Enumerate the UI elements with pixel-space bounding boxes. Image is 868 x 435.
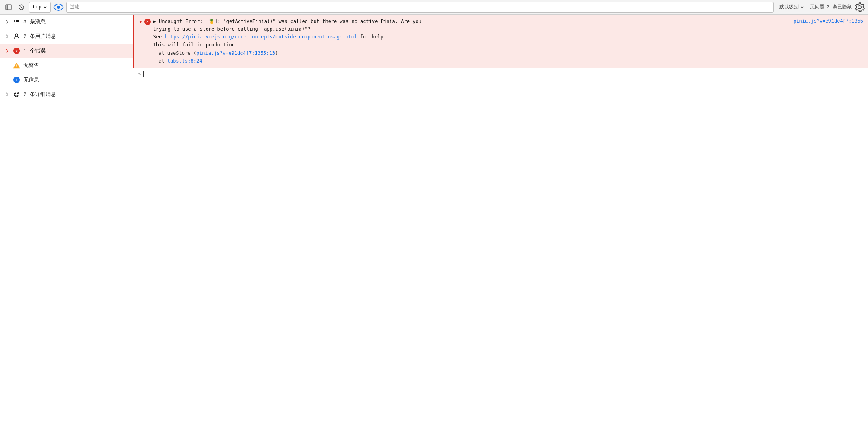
error-text-content: ▶ Uncaught Error: [🍍]: "getActivePinia()… xyxy=(153,18,863,49)
help-link[interactable]: https://pinia.vuejs.org/core-concepts/ou… xyxy=(165,34,357,40)
console-input-line: > xyxy=(133,68,868,80)
eye-button[interactable] xyxy=(53,2,64,13)
expand-arrow-messages xyxy=(5,19,10,24)
error-expand-button[interactable]: ● xyxy=(139,19,142,26)
hidden-count-label: 2 条已隐藏 xyxy=(827,4,852,10)
stack-link-1[interactable]: pinia.js?v=e91dc4f7:1355:13 xyxy=(196,50,275,56)
verbose-label: 2 条详细消息 xyxy=(23,91,56,98)
sidebar-toggle-button[interactable] xyxy=(3,2,14,13)
svg-line-4 xyxy=(20,5,23,9)
top-selector-label: top xyxy=(33,4,42,10)
block-button[interactable] xyxy=(16,2,27,13)
error-line3: See https://pinia.vuejs.org/core-concept… xyxy=(153,33,863,41)
stack-line-1: at useStore (pinia.js?v=e91dc4f7:1355:13… xyxy=(159,50,863,57)
svg-rect-1 xyxy=(6,5,8,10)
sidebar-toggle-icon xyxy=(5,4,12,10)
error-message-block: ● ✕ ▶ Uncaught Error: [🍍]: "getActivePin… xyxy=(133,15,868,68)
verbose-icon xyxy=(13,91,20,98)
sidebar-item-warnings[interactable]: 无警告 xyxy=(0,58,133,73)
error-line4: This will fail in production. xyxy=(153,41,863,49)
svg-rect-9 xyxy=(16,21,19,22)
filter-input[interactable] xyxy=(66,2,774,13)
settings-button[interactable] xyxy=(854,2,865,13)
settings-icon xyxy=(854,2,865,13)
svg-point-13 xyxy=(16,67,17,67)
sidebar-item-verbose[interactable]: 2 条详细消息 xyxy=(0,87,133,102)
top-selector-button[interactable]: top xyxy=(29,2,51,13)
default-level-label: 默认级别 xyxy=(779,4,799,10)
info-label: 无信息 xyxy=(23,76,39,84)
dropdown-arrow-icon xyxy=(43,5,47,9)
console-cursor xyxy=(143,71,146,77)
error-icon: ✕ xyxy=(13,47,20,54)
warning-icon xyxy=(13,62,20,69)
messages-label: 3 条消息 xyxy=(23,18,46,25)
list-icon xyxy=(13,18,20,25)
sidebar-item-user-messages[interactable]: 2 条用户消息 xyxy=(0,29,133,44)
stack-line-2: at tabs.ts:8:24 xyxy=(159,57,863,65)
info-icon: i xyxy=(13,76,20,84)
level-dropdown-icon xyxy=(800,5,804,9)
console-area: ● ✕ ▶ Uncaught Error: [🍍]: "getActivePin… xyxy=(133,15,868,435)
sidebar-item-info[interactable]: i 无信息 xyxy=(0,73,133,87)
sidebar-item-errors[interactable]: ✕ 1 个错误 xyxy=(0,44,133,58)
devtools-container: top 默认级别 无问题 2 条已隐藏 xyxy=(0,0,868,435)
error-file-link[interactable]: pinia.js?v=e91dc4f7:1355 xyxy=(793,18,863,25)
stack-link-2[interactable]: tabs.ts:8:24 xyxy=(167,58,202,64)
error-main-text: ▶ Uncaught Error: [🍍]: "getActivePinia()… xyxy=(153,18,421,25)
expand-arrow-verbose xyxy=(5,92,10,97)
svg-rect-7 xyxy=(16,20,19,21)
error-line2: trying to use a store before calling "ap… xyxy=(153,25,863,33)
eye-icon xyxy=(53,2,64,13)
expand-arrow-errors xyxy=(5,48,10,53)
user-icon xyxy=(13,33,20,40)
user-messages-label: 2 条用户消息 xyxy=(23,33,56,40)
console-prompt: > xyxy=(138,71,141,77)
svg-point-12 xyxy=(15,34,18,36)
no-issues-label: 无问题 xyxy=(810,4,824,10)
error-stack: at useStore (pinia.js?v=e91dc4f7:1355:13… xyxy=(139,50,863,65)
svg-rect-8 xyxy=(14,21,15,22)
svg-point-5 xyxy=(57,5,60,8)
sidebar-item-messages[interactable]: 3 条消息 xyxy=(0,15,133,29)
block-icon xyxy=(18,4,25,10)
svg-rect-6 xyxy=(14,20,15,21)
toolbar: top 默认级别 无问题 2 条已隐藏 xyxy=(0,0,868,15)
expand-arrow-user-messages xyxy=(5,34,10,39)
svg-rect-10 xyxy=(14,23,15,23)
default-level-button[interactable]: 默认级别 xyxy=(776,2,807,13)
svg-rect-11 xyxy=(16,23,19,23)
svg-point-16 xyxy=(17,93,18,94)
svg-point-15 xyxy=(15,93,16,94)
warnings-label: 无警告 xyxy=(23,62,39,69)
main-content: 3 条消息 2 条用户消息 xyxy=(0,15,868,435)
error-circle-icon: ✕ xyxy=(144,19,151,25)
errors-label: 1 个错误 xyxy=(23,47,46,54)
svg-point-14 xyxy=(14,92,19,97)
sidebar: 3 条消息 2 条用户消息 xyxy=(0,15,133,435)
